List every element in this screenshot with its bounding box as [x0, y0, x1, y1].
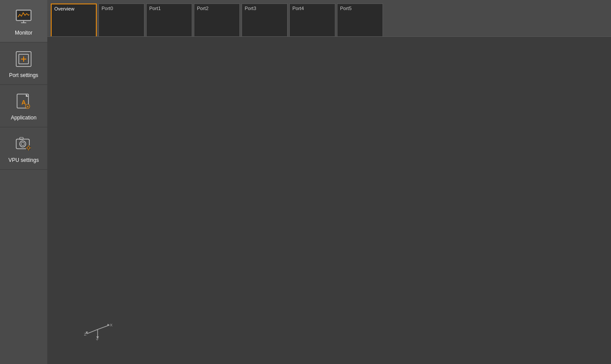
- sidebar-item-application[interactable]: A ★ Application: [0, 85, 47, 127]
- tabs-bar: Overview Port0 Port1 Port2 Port3 Port4 P…: [47, 0, 611, 36]
- port-settings-icon: [13, 49, 34, 70]
- axis-indicator: Z X Y: [82, 314, 113, 342]
- svg-point-13: [20, 141, 26, 147]
- sidebar-item-vpu-settings-label: VPU settings: [8, 157, 39, 163]
- tab-port3[interactable]: Port3: [242, 4, 288, 36]
- application-icon: A ★: [13, 91, 34, 112]
- main-content: Overview Port0 Port1 Port2 Port3 Port4 P…: [47, 0, 611, 364]
- svg-text:X: X: [110, 323, 112, 327]
- monitor-icon: [13, 6, 34, 27]
- tab-port2[interactable]: Port2: [194, 4, 240, 36]
- tab-overview[interactable]: Overview: [51, 4, 97, 36]
- sidebar-item-monitor[interactable]: Monitor: [0, 0, 47, 42]
- viewport: Z X Y: [47, 36, 611, 364]
- sidebar-item-application-label: Application: [11, 115, 37, 121]
- sidebar-item-port-settings-label: Port settings: [9, 72, 39, 78]
- sidebar-item-port-settings[interactable]: Port settings: [0, 42, 47, 85]
- tab-port1[interactable]: Port1: [146, 4, 192, 36]
- tab-port5[interactable]: Port5: [337, 4, 383, 36]
- svg-text:Y: Y: [96, 338, 98, 340]
- vpu-settings-icon: [13, 133, 34, 154]
- svg-text:A: A: [21, 99, 26, 106]
- sidebar: Monitor Port settings A: [0, 0, 47, 364]
- tab-port0[interactable]: Port0: [98, 4, 144, 36]
- svg-text:★: ★: [26, 105, 29, 108]
- sidebar-item-vpu-settings[interactable]: VPU settings: [0, 127, 47, 170]
- tab-port4[interactable]: Port4: [289, 4, 335, 36]
- svg-line-22: [87, 329, 98, 334]
- sidebar-item-monitor-label: Monitor: [15, 30, 32, 36]
- svg-point-14: [21, 142, 25, 146]
